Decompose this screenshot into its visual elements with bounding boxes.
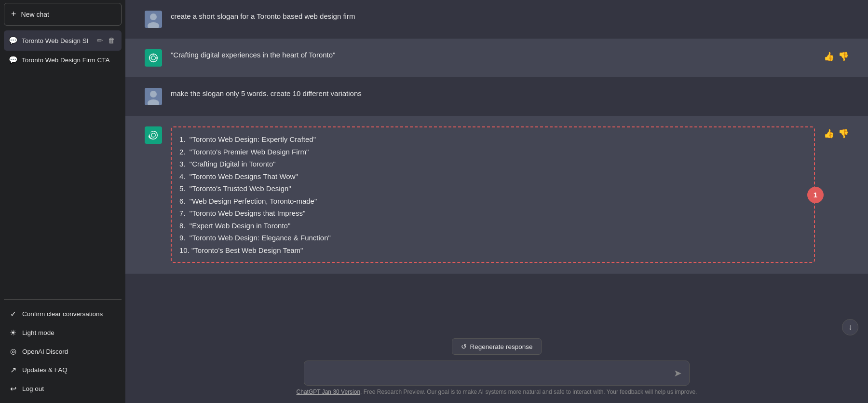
send-icon: ➤ — [674, 368, 682, 378]
list-item: 2. "Toronto's Premier Web Design Firm" — [179, 146, 806, 158]
svg-point-1 — [150, 14, 157, 20]
message-row-1: create a short slogan for a Toronto base… — [125, 0, 868, 39]
regenerate-label: Regenerate response — [470, 343, 533, 350]
gpt-logo-icon — [148, 53, 159, 63]
chat-input[interactable] — [304, 361, 690, 386]
regenerate-button[interactable]: ↺ Regenerate response — [452, 338, 542, 355]
main-content: create a short slogan for a Toronto base… — [125, 0, 868, 403]
checkmark-icon: ✓ — [9, 309, 17, 319]
footer-disclaimer: . Free Research Preview. Our goal is to … — [360, 389, 697, 395]
slogan-list: 1. "Toronto Web Design: Expertly Crafted… — [179, 133, 806, 256]
annotation-badge-1: 1 — [807, 187, 824, 203]
message-1-text: create a short slogan for a Toronto base… — [171, 12, 355, 20]
message-1-content: create a short slogan for a Toronto base… — [171, 11, 849, 22]
discord-label: OpenAI Discord — [22, 348, 68, 355]
chat2-label: Toronto Web Design Firm CTA — [22, 56, 117, 64]
send-button[interactable]: ➤ — [672, 365, 684, 381]
list-item: 6. "Web Design Perfection, Toronto-made" — [179, 195, 806, 208]
gpt-logo-icon-2 — [148, 130, 159, 140]
user-avatar — [145, 11, 162, 28]
regenerate-icon: ↺ — [461, 343, 467, 350]
updates-faq-button[interactable]: ↗ Updates & FAQ — [4, 361, 122, 379]
message-2-content: "Crafting digital experiences in the hea… — [171, 49, 815, 61]
chat1-label: Toronto Web Design Sl — [22, 37, 92, 44]
external-link-icon: ↗ — [9, 365, 17, 375]
thumbs-up-icon[interactable]: 👍 — [824, 51, 834, 62]
discord-button[interactable]: ◎ OpenAI Discord — [4, 342, 122, 361]
message-row-2: "Crafting digital experiences in the hea… — [125, 39, 868, 77]
light-mode-button[interactable]: ☀ Light mode — [4, 323, 122, 342]
list-item: 4. "Toronto Web Designs That Wow" — [179, 170, 806, 183]
message-2-text: "Crafting digital experiences in the hea… — [171, 51, 335, 59]
scroll-down-button[interactable]: ↓ — [842, 319, 858, 335]
logout-button[interactable]: ↩ Log out — [4, 379, 122, 398]
list-item: 1. "Toronto Web Design: Expertly Crafted… — [179, 133, 806, 146]
sidebar-item-chat1[interactable]: 💬 Toronto Web Design Sl ✏ 🗑 — [4, 30, 122, 51]
chat-icon: 💬 — [9, 36, 18, 45]
message-row-4: 1. "Toronto Web Design: Expertly Crafted… — [125, 116, 868, 274]
discord-icon: ◎ — [9, 347, 17, 356]
updates-faq-label: Updates & FAQ — [22, 366, 68, 374]
thumbs-down-icon-2[interactable]: 👎 — [838, 128, 849, 139]
sidebar: + New chat 💬 Toronto Web Design Sl ✏ 🗑 💬… — [0, 0, 125, 403]
chat-input-wrapper: ➤ — [304, 361, 690, 386]
message-4-actions: 👍 👎 — [824, 128, 849, 139]
list-item: 5. "Toronto's Trusted Web Design" — [179, 182, 806, 195]
message-3-text: make the slogan only 5 words. create 10 … — [171, 89, 362, 97]
sidebar-divider — [4, 299, 122, 300]
confirm-clear-button[interactable]: ✓ Confirm clear conversations — [4, 305, 122, 323]
chat1-actions: ✏ 🗑 — [95, 35, 117, 46]
message-3-content: make the slogan only 5 words. create 10 … — [171, 88, 849, 99]
chatgpt-version-link[interactable]: ChatGPT Jan 30 Version — [297, 389, 361, 395]
footer-text: ChatGPT Jan 30 Version. Free Research Pr… — [297, 389, 697, 395]
regenerate-button-wrap: ↺ Regenerate response — [452, 338, 542, 355]
thumbs-down-icon[interactable]: 👎 — [838, 51, 849, 62]
sun-icon: ☀ — [9, 328, 17, 337]
confirm-clear-label: Confirm clear conversations — [22, 310, 103, 318]
list-item: 9. "Toronto Web Design: Elegance & Funct… — [179, 232, 806, 244]
delete-icon[interactable]: 🗑 — [107, 35, 117, 46]
list-item: 7. "Toronto Web Designs that Impress" — [179, 207, 806, 220]
sidebar-item-chat2[interactable]: 💬 Toronto Web Design Firm CTA — [4, 51, 122, 69]
chat-icon-2: 💬 — [9, 56, 18, 64]
list-item: 8. "Expert Web Design in Toronto" — [179, 220, 806, 232]
list-item: 10. "Toronto's Best Web Design Team" — [179, 244, 806, 257]
plus-icon: + — [11, 9, 16, 19]
chat-list: 💬 Toronto Web Design Sl ✏ 🗑 💬 Toronto We… — [0, 28, 125, 297]
svg-point-4 — [150, 91, 157, 97]
new-chat-label: New chat — [21, 11, 49, 18]
list-item: 3. "Crafting Digital in Toronto" — [179, 158, 806, 170]
logout-label: Log out — [22, 385, 44, 392]
edit-icon[interactable]: ✏ — [95, 35, 105, 46]
gpt-avatar-2 — [145, 126, 162, 144]
sidebar-bottom: ✓ Confirm clear conversations ☀ Light mo… — [0, 302, 125, 403]
gpt-avatar-1 — [145, 49, 162, 67]
chat-messages: create a short slogan for a Toronto base… — [125, 0, 868, 334]
message-2-actions: 👍 👎 — [824, 51, 849, 62]
logout-icon: ↩ — [9, 384, 17, 393]
message-row-3: make the slogan only 5 words. create 10 … — [125, 77, 868, 116]
scroll-down-icon: ↓ — [848, 323, 852, 332]
input-area: ↺ Regenerate response ➤ ChatGPT Jan 30 V… — [125, 334, 868, 403]
new-chat-button[interactable]: + New chat — [4, 3, 122, 26]
response-highlighted-box: 1. "Toronto Web Design: Expertly Crafted… — [171, 126, 815, 263]
message-4-content: 1. "Toronto Web Design: Expertly Crafted… — [171, 126, 815, 263]
thumbs-up-icon-2[interactable]: 👍 — [824, 128, 834, 139]
light-mode-label: Light mode — [22, 329, 54, 336]
user-avatar-2 — [145, 88, 162, 105]
